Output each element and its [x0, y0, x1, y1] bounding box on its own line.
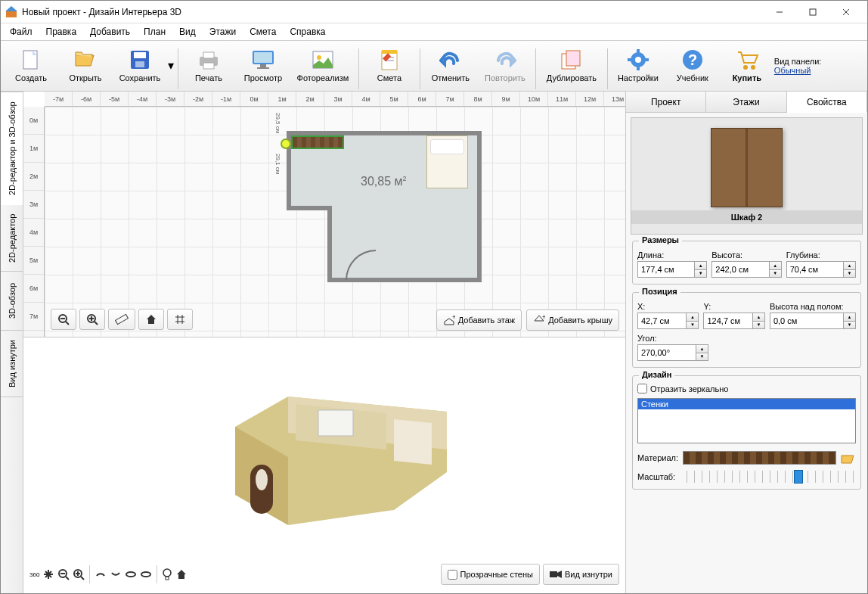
tool-settings[interactable]: Настройки: [611, 41, 665, 89]
tool-estimate[interactable]: Смета: [362, 41, 417, 89]
photo-icon: [311, 48, 335, 72]
tool-redo[interactable]: Повторить: [478, 41, 532, 89]
model-3d[interactable]: [197, 351, 492, 533]
parts-list[interactable]: Стенки: [637, 398, 856, 443]
camera-icon: [550, 570, 562, 579]
svg-marker-74: [557, 571, 562, 578]
tab-2d-3d[interactable]: 2D-редактор и 3D-обзор: [1, 92, 23, 205]
inside-view-button[interactable]: Вид изнутри: [543, 564, 619, 585]
tab-3d[interactable]: 3D-обзор: [1, 272, 23, 331]
menu-file[interactable]: Файл: [4, 24, 39, 39]
z-input[interactable]: ▲▼: [770, 313, 856, 329]
material-swatch[interactable]: [683, 451, 836, 465]
measure-button[interactable]: [108, 309, 135, 330]
maximize-button[interactable]: [796, 2, 829, 23]
home-button[interactable]: [138, 309, 164, 330]
tool-photoreal[interactable]: Фотореализм: [290, 41, 355, 89]
menu-view[interactable]: Вид: [173, 24, 202, 39]
printer-icon: [197, 48, 221, 72]
svg-rect-3: [810, 9, 816, 15]
length-input[interactable]: ▲▼: [637, 261, 707, 278]
zoom-in-3d[interactable]: [73, 568, 85, 580]
svg-text:+: +: [452, 314, 455, 321]
save-dropdown[interactable]: ▾: [167, 41, 175, 89]
svg-rect-28: [637, 49, 640, 54]
height-input[interactable]: ▲▼: [711, 261, 781, 278]
angle-input[interactable]: ▲▼: [637, 344, 708, 361]
svg-rect-15: [254, 52, 272, 63]
svg-rect-73: [550, 571, 557, 577]
tool-duplicate[interactable]: Дублировать: [539, 41, 604, 89]
dimension-label: 29,5 см: [274, 113, 281, 133]
tilt-down-button[interactable]: [110, 568, 122, 580]
x-input[interactable]: ▲▼: [637, 313, 699, 329]
room-plan: 29,5 см 29,1 см 30,85 м2: [247, 131, 482, 282]
add-floor-button[interactable]: +Добавить этаж: [436, 309, 522, 331]
selected-object[interactable]: [291, 135, 344, 149]
menu-help[interactable]: Справка: [284, 24, 331, 39]
browse-material-icon[interactable]: [841, 452, 856, 464]
canvas-2d[interactable]: 29,5 см 29,1 см 30,85 м2: [45, 107, 625, 337]
tool-open[interactable]: Открыть: [58, 41, 113, 89]
rotate-right-button[interactable]: [140, 568, 152, 580]
menu-floors[interactable]: Этажи: [203, 24, 242, 39]
rotate360-button[interactable]: 360: [29, 571, 39, 578]
tool-undo[interactable]: Отменить: [423, 41, 478, 89]
rotate-left-button[interactable]: [125, 568, 137, 580]
svg-marker-44: [147, 315, 156, 324]
bed-object[interactable]: [426, 135, 468, 188]
tilt-up-button[interactable]: [95, 568, 107, 580]
tool-buy[interactable]: Купить: [720, 41, 774, 89]
svg-point-27: [635, 57, 641, 63]
zoom-in-button[interactable]: [79, 309, 105, 330]
transparent-walls-toggle[interactable]: Прозрачные стены: [441, 564, 540, 585]
view2d-toolbar: [51, 308, 193, 331]
group-design: Дизайн Отразить зеркально Стенки Материа…: [632, 375, 861, 490]
svg-line-40: [95, 322, 98, 325]
panel-mode-link[interactable]: Обычный: [774, 66, 811, 75]
tab-2d[interactable]: 2D-редактор: [1, 205, 23, 272]
app-icon: [5, 6, 17, 18]
y-input[interactable]: ▲▼: [703, 313, 764, 329]
tab-floors[interactable]: Этажи: [706, 92, 786, 112]
close-button[interactable]: [829, 2, 863, 23]
menu-plan[interactable]: План: [138, 24, 172, 39]
svg-text:?: ?: [688, 51, 697, 68]
menu-estimate[interactable]: Смета: [243, 24, 282, 39]
tool-create[interactable]: Создать: [4, 41, 58, 89]
light-button[interactable]: [162, 568, 172, 580]
object-preview: Шкаф 2: [631, 117, 863, 235]
tool-preview[interactable]: Просмотр: [236, 41, 290, 89]
folder-open-icon: [73, 48, 98, 72]
tool-save[interactable]: Сохранить: [113, 41, 167, 89]
grid-button[interactable]: [167, 309, 193, 330]
tool-help[interactable]: ?Учебник: [665, 41, 720, 89]
add-roof-button[interactable]: +Добавить крышу: [526, 309, 619, 331]
mirror-checkbox[interactable]: Отразить зеркально: [637, 384, 856, 393]
minimize-button[interactable]: [763, 2, 796, 23]
window-title: Новый проект - Дизайн Интерьера 3D: [22, 7, 763, 17]
depth-input[interactable]: ▲▼: [786, 261, 856, 278]
zoom-out-button[interactable]: [51, 309, 76, 330]
scale-slider[interactable]: [680, 471, 856, 483]
svg-rect-25: [566, 51, 580, 66]
tab-properties[interactable]: Свойства: [787, 92, 867, 113]
svg-line-62: [66, 577, 69, 580]
redo-icon: [493, 48, 517, 72]
tab-inside[interactable]: Вид изнутри: [1, 331, 23, 397]
rotate-handle[interactable]: [281, 138, 291, 149]
svg-marker-58: [394, 419, 432, 465]
monitor-icon: [251, 48, 275, 72]
pan-button[interactable]: [42, 568, 54, 580]
zoom-out-3d[interactable]: [57, 568, 70, 580]
svg-rect-17: [257, 67, 269, 69]
menu-add[interactable]: Добавить: [84, 24, 136, 39]
home-3d-button[interactable]: [175, 568, 188, 580]
tool-print[interactable]: Печать: [181, 41, 236, 89]
view-2d[interactable]: -7м-6м-5м-4м-3м-2м-1м0м1м2м3м4м5м6м7м8м9…: [23, 92, 625, 337]
view-3d[interactable]: 360 Прозрачные стены Вид изнутри: [23, 337, 625, 593]
wardrobe-thumbnail: [711, 128, 783, 207]
menu-edit[interactable]: Правка: [40, 24, 83, 39]
svg-rect-12: [203, 52, 214, 58]
tab-project[interactable]: Проект: [626, 92, 706, 112]
